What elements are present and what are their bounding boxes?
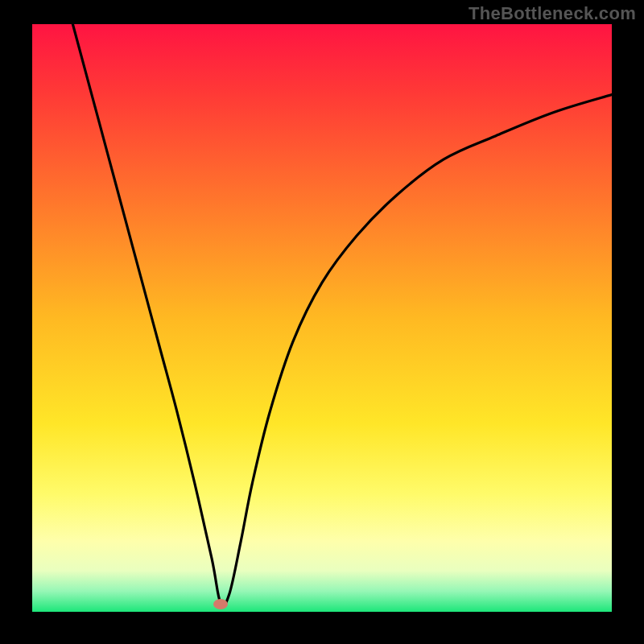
bottleneck-plot bbox=[32, 24, 612, 612]
gradient-background bbox=[32, 24, 612, 612]
optimal-marker bbox=[213, 599, 228, 609]
watermark-text: TheBottleneck.com bbox=[469, 3, 636, 24]
chart-frame: TheBottleneck.com bbox=[0, 0, 644, 644]
